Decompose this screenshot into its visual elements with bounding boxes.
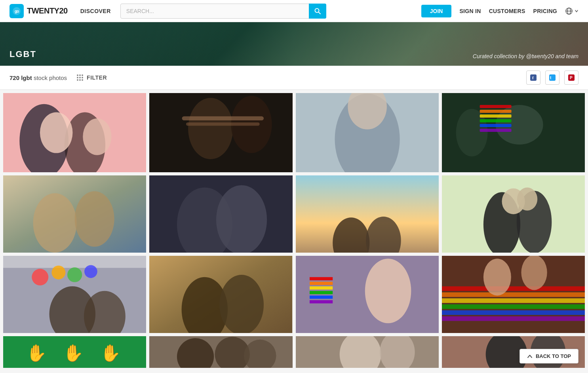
svg-text:✋: ✋ bbox=[100, 343, 121, 363]
svg-point-57 bbox=[517, 187, 537, 210]
search-container bbox=[120, 4, 326, 19]
photo-item[interactable]: ✋ ✋ ✋ bbox=[3, 336, 146, 368]
discover-nav-link[interactable]: DISCOVER bbox=[80, 8, 111, 14]
svg-rect-38 bbox=[480, 105, 511, 108]
suffix-text: stock photos bbox=[34, 74, 67, 81]
photo-item[interactable] bbox=[149, 93, 292, 172]
svg-point-46 bbox=[75, 191, 114, 247]
photo-item[interactable] bbox=[149, 175, 292, 253]
customers-link[interactable]: CUSTOMERS bbox=[489, 8, 525, 14]
pricing-link[interactable]: PRICING bbox=[533, 8, 557, 14]
back-to-top-label: BACK TO TOP bbox=[536, 353, 571, 359]
filter-label: FILTER bbox=[87, 74, 107, 81]
logo[interactable]: go TWENTY20 bbox=[10, 4, 68, 18]
svg-rect-41 bbox=[480, 119, 511, 122]
svg-rect-72 bbox=[309, 286, 332, 289]
svg-point-13 bbox=[77, 79, 78, 81]
svg-point-15 bbox=[82, 79, 83, 81]
logo-text: TWENTY20 bbox=[27, 6, 68, 15]
svg-point-9 bbox=[82, 74, 83, 76]
svg-rect-81 bbox=[442, 304, 585, 309]
svg-point-28 bbox=[188, 98, 233, 159]
keyword-text: lgbt bbox=[21, 74, 32, 81]
search-button[interactable] bbox=[309, 4, 326, 19]
hero-banner: LGBT Curated collection by @twenty20 and… bbox=[0, 22, 588, 66]
photo-item[interactable] bbox=[296, 336, 439, 368]
svg-rect-30 bbox=[182, 116, 264, 120]
search-input[interactable] bbox=[120, 4, 326, 19]
photo-grid: ✋ ✋ ✋ bbox=[0, 90, 588, 371]
back-to-top[interactable]: BACK TO TOP bbox=[519, 349, 578, 363]
svg-point-26 bbox=[83, 118, 111, 155]
filter-button[interactable]: FILTER bbox=[76, 74, 107, 81]
svg-rect-43 bbox=[480, 129, 511, 132]
hero-tag: LGBT bbox=[10, 49, 36, 59]
join-button[interactable]: JOIN bbox=[421, 5, 452, 17]
logo-icon: go bbox=[10, 4, 24, 18]
pinterest-icon: P bbox=[568, 74, 575, 81]
svg-point-62 bbox=[67, 267, 82, 282]
svg-point-63 bbox=[84, 265, 97, 278]
svg-point-10 bbox=[77, 77, 78, 78]
navbar: go TWENTY20 DISCOVER JOIN SIGN IN CUSTOM… bbox=[0, 0, 588, 22]
hero-credit: Curated collection by @twenty20 and team bbox=[473, 53, 578, 59]
svg-rect-31 bbox=[186, 122, 260, 126]
arrow-up-icon bbox=[527, 354, 533, 359]
svg-rect-80 bbox=[442, 298, 585, 303]
facebook-share-button[interactable]: f bbox=[526, 70, 540, 85]
language-selector[interactable] bbox=[565, 7, 578, 15]
svg-point-85 bbox=[521, 256, 547, 290]
photo-item[interactable] bbox=[296, 256, 439, 333]
photo-item[interactable] bbox=[149, 256, 292, 333]
facebook-icon: f bbox=[530, 74, 537, 81]
svg-rect-74 bbox=[309, 295, 332, 299]
social-share: f t P bbox=[526, 70, 578, 85]
photo-item[interactable] bbox=[442, 256, 585, 333]
svg-rect-39 bbox=[480, 110, 511, 113]
filter-bar: 720 lgbt stock photos FILTER f t bbox=[0, 66, 588, 90]
photo-item[interactable] bbox=[3, 175, 146, 253]
svg-text:f: f bbox=[532, 75, 534, 80]
svg-rect-71 bbox=[309, 282, 332, 285]
svg-point-14 bbox=[79, 79, 81, 81]
photo-item[interactable] bbox=[3, 256, 146, 333]
photo-item[interactable] bbox=[296, 175, 439, 253]
svg-point-68 bbox=[219, 275, 264, 333]
pinterest-share-button[interactable]: P bbox=[564, 70, 578, 85]
svg-point-76 bbox=[365, 259, 411, 323]
filter-dots-icon bbox=[76, 74, 84, 81]
svg-point-7 bbox=[77, 74, 78, 76]
svg-rect-78 bbox=[442, 286, 585, 291]
svg-point-11 bbox=[79, 77, 81, 78]
svg-point-95 bbox=[339, 336, 381, 368]
svg-point-84 bbox=[483, 259, 511, 295]
photo-item[interactable] bbox=[442, 175, 585, 253]
svg-rect-42 bbox=[480, 124, 511, 127]
svg-rect-59 bbox=[3, 256, 146, 268]
svg-point-12 bbox=[82, 77, 83, 78]
svg-rect-82 bbox=[442, 310, 585, 315]
svg-point-45 bbox=[33, 193, 77, 253]
svg-rect-75 bbox=[309, 300, 332, 303]
svg-point-61 bbox=[51, 266, 65, 280]
svg-text:✋: ✋ bbox=[63, 343, 84, 363]
svg-rect-70 bbox=[309, 277, 332, 280]
search-icon bbox=[314, 8, 321, 14]
nav-right: JOIN SIGN IN CUSTOMERS PRICING bbox=[421, 5, 578, 17]
count-number: 720 bbox=[10, 74, 19, 81]
svg-point-49 bbox=[216, 185, 267, 253]
svg-point-8 bbox=[79, 74, 81, 76]
chevron-down-icon bbox=[575, 9, 578, 13]
photo-item[interactable] bbox=[442, 93, 585, 172]
svg-point-96 bbox=[380, 336, 415, 368]
sign-in-link[interactable]: SIGN IN bbox=[459, 8, 481, 14]
svg-rect-40 bbox=[480, 114, 511, 118]
svg-point-60 bbox=[32, 269, 48, 285]
photo-item[interactable] bbox=[296, 93, 439, 172]
twitter-share-button[interactable]: t bbox=[545, 70, 559, 85]
photo-item[interactable] bbox=[3, 93, 146, 172]
photo-count: 720 lgbt stock photos bbox=[10, 74, 67, 81]
twitter-icon: t bbox=[549, 74, 556, 81]
svg-point-25 bbox=[40, 112, 73, 153]
photo-item[interactable] bbox=[149, 336, 292, 368]
